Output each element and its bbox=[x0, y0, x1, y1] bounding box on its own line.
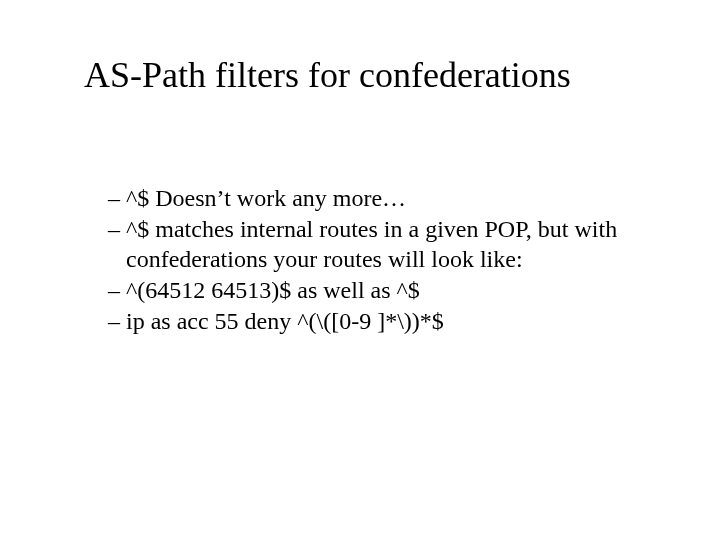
bullet-dash-icon: – bbox=[108, 184, 126, 213]
bullet-text: ip as acc 55 deny ^(\([0-9 ]*\))*$ bbox=[126, 307, 660, 336]
list-item: – ip as acc 55 deny ^(\([0-9 ]*\))*$ bbox=[108, 307, 660, 336]
bullet-text: ^(64512 64513)$ as well as ^$ bbox=[126, 276, 660, 305]
bullet-text: ^$ Doesn’t work any more… bbox=[126, 184, 660, 213]
bullet-dash-icon: – bbox=[108, 276, 126, 305]
slide: AS-Path filters for confederations – ^$ … bbox=[0, 0, 720, 540]
list-item: – ^(64512 64513)$ as well as ^$ bbox=[108, 276, 660, 305]
bullet-dash-icon: – bbox=[108, 307, 126, 336]
bullet-dash-icon: – bbox=[108, 215, 126, 244]
bullet-text: ^$ matches internal routes in a given PO… bbox=[126, 215, 660, 274]
slide-body: – ^$ Doesn’t work any more… – ^$ matches… bbox=[108, 184, 660, 338]
list-item: – ^$ Doesn’t work any more… bbox=[108, 184, 660, 213]
slide-title: AS-Path filters for confederations bbox=[84, 54, 690, 96]
list-item: – ^$ matches internal routes in a given … bbox=[108, 215, 660, 274]
